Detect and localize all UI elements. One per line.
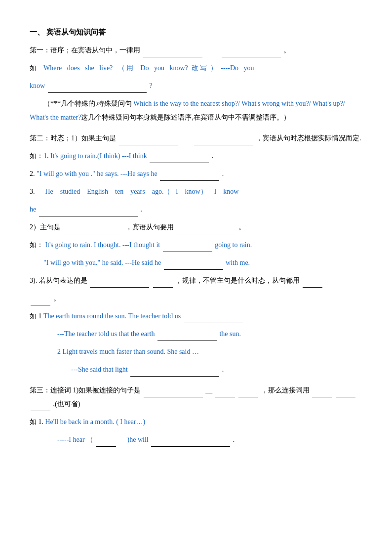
q3-block: 第三：连接词 1)如果被连接的句子是 __ ，那么连接词用 ,(也可省) 如 1… — [30, 384, 362, 447]
q2-blank2 — [194, 145, 253, 145]
q2-p3-ex1: 如 1 The earth turns round the sun. The t… — [30, 309, 362, 323]
q1-example-line: 如 Where does she live? （ 用 Do you know? … — [30, 61, 362, 75]
q2-part3-end: 。 — [30, 292, 362, 305]
q2-p3-blank4 — [31, 305, 50, 305]
q2-p2-blank2 — [177, 234, 236, 234]
q2-ex1-blank — [150, 163, 209, 163]
q2-blank1 — [119, 145, 178, 145]
q2-p2-blank1 — [64, 234, 123, 234]
q2-block: 第二：时态；1）如果主句是 ，宾语从句时态根据实际情况而定. 如：1. It's… — [30, 131, 362, 377]
q2-part2-label: 2）主句是 ，宾语从句要用 。 — [30, 220, 362, 234]
q2-ex3: 3. He studied English ten years ago.（ I … — [30, 185, 362, 199]
q2-p3-blank3 — [303, 287, 322, 288]
q3-blank3 — [238, 397, 258, 397]
q1-blank3 — [48, 92, 147, 93]
q3-blank5 — [336, 397, 355, 397]
q2-p3-ex1-blank — [184, 323, 243, 323]
q3-ex1: 如 1. He'll be back in a month. ( I hear…… — [30, 415, 362, 429]
q3-blank6 — [31, 411, 50, 411]
q3-ex1b-blank2 — [151, 446, 230, 447]
q1-label: 第一：语序；在宾语从句中，一律用 。 — [30, 43, 362, 57]
q2-ex2-blank — [160, 180, 219, 181]
q2-p2-ex2-blank — [164, 269, 223, 270]
q2-p2-ex2: "I will go with you." he said. ---He sai… — [30, 256, 362, 270]
q2-p3-ex1b: ---The teacher told us that the earth th… — [30, 327, 362, 341]
q3-blank1 — [144, 397, 203, 397]
q2-p3-ex2: 2 Light travels much faster than sound. … — [30, 345, 362, 359]
document-content: 一、 宾语从句知识问答 第一：语序；在宾语从句中，一律用 。 如 Where d… — [30, 25, 362, 447]
q2-part3-label: 3). 若从句表达的是 ，规律，不管主句是什么时态，从句都用 — [30, 274, 362, 288]
q1-example-line2: know ? — [30, 79, 362, 93]
q3-ex1b-blank1 — [96, 446, 116, 447]
q3-blank4 — [312, 397, 332, 397]
q1-block: 第一：语序；在宾语从句中，一律用 。 如 Where does she live… — [30, 43, 362, 125]
q2-p3-ex2b-blank — [130, 376, 219, 377]
q2-ex1: 如：1. It's going to rain.(I think) ---I t… — [30, 149, 362, 163]
q3-label: 第三：连接词 1)如果被连接的句子是 __ ，那么连接词用 ,(也可省) — [30, 384, 362, 411]
q1-note: （***几个特殊的.特殊疑问句 Which is the way to the … — [30, 97, 362, 125]
q3-ex1b: -----I hear （ )he will . — [30, 433, 362, 447]
q1-example-blue: Where does she live? （ 用 Do you know? 改 … — [43, 64, 254, 72]
q1-blank2 — [222, 57, 281, 57]
q2-p3-ex2b: ---She said that light . — [30, 363, 362, 377]
q2-p3-ex1b-blank — [157, 341, 217, 341]
q2-ex3b: he . — [30, 203, 362, 216]
q3-blank2 — [215, 397, 235, 397]
q2-ex2: 2. "I will go with you ." he says. ---He… — [30, 167, 362, 181]
q2-ex3-blank — [39, 216, 138, 216]
q2-p3-blank2 — [153, 287, 173, 288]
section-title: 一、 宾语从句知识问答 — [30, 25, 362, 40]
q1-blank1 — [143, 57, 202, 57]
q2-p3-blank1 — [90, 287, 149, 288]
q2-p2-ex1: 如： It's going to rain. I thought. ---I t… — [30, 238, 362, 252]
q2-label: 第二：时态；1）如果主句是 ，宾语从句时态根据实际情况而定. — [30, 131, 362, 145]
q2-p2-ex1-blank — [163, 252, 212, 252]
section-heading: 一、 宾语从句知识问答 — [30, 28, 106, 36]
